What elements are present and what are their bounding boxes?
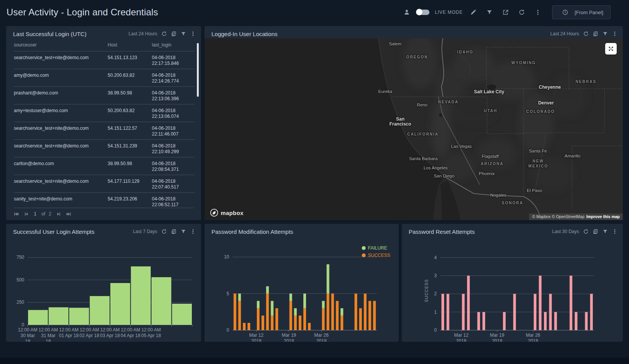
bar[interactable]	[303, 308, 306, 330]
bar[interactable]	[308, 323, 311, 330]
bar[interactable]	[549, 294, 552, 330]
bar[interactable]	[271, 301, 273, 316]
bar[interactable]	[478, 312, 480, 330]
bar[interactable]	[513, 294, 516, 330]
kebab-menu-icon[interactable]	[612, 31, 617, 36]
bar[interactable]	[359, 308, 362, 330]
bar[interactable]	[368, 301, 371, 330]
bar[interactable]	[294, 316, 297, 330]
bar[interactable]	[69, 308, 89, 325]
bar[interactable]	[341, 308, 343, 316]
bar[interactable]	[575, 312, 577, 330]
bar[interactable]	[238, 294, 241, 301]
map-canvas[interactable]: SalemOREGONIDAHOWYOMINGNEBRASEurekaCheye…	[205, 38, 623, 220]
kebab-menu-icon[interactable]	[190, 229, 196, 234]
panel-time-range[interactable]: Last 24 Hours	[550, 31, 579, 36]
bar[interactable]	[151, 277, 171, 325]
bar[interactable]	[257, 308, 260, 330]
bar[interactable]	[49, 307, 69, 325]
prev-page-button[interactable]	[24, 212, 29, 217]
current-page[interactable]: 1	[34, 211, 37, 217]
panel-time-range[interactable]: Last 30 Days	[552, 229, 579, 234]
table-row[interactable]: searchservice_test+nite@demo.com54.151.1…	[14, 51, 195, 69]
bar[interactable]	[131, 266, 151, 325]
filter-icon[interactable]	[181, 31, 186, 36]
column-header[interactable]: sourceuser	[14, 42, 108, 51]
refresh-icon[interactable]	[161, 31, 167, 36]
bar[interactable]	[90, 296, 110, 325]
bar[interactable]	[275, 308, 278, 330]
next-page-button[interactable]	[56, 212, 61, 217]
bar[interactable]	[290, 294, 292, 301]
legend-item[interactable]: FAILURE	[362, 245, 390, 251]
bar[interactable]	[336, 301, 339, 330]
refresh-icon[interactable]	[583, 229, 589, 234]
bar[interactable]	[294, 308, 297, 316]
table-row[interactable]: searchservice_test+nite@demo.com54.151.1…	[14, 122, 195, 139]
bar[interactable]	[261, 316, 264, 330]
improve-map-link[interactable]: Improve this map	[586, 214, 620, 219]
filter-icon[interactable]	[602, 229, 608, 234]
bar[interactable]	[483, 312, 485, 330]
bar[interactable]	[447, 294, 449, 330]
bar[interactable]	[326, 264, 329, 293]
legend-item[interactable]: SUCCESS	[362, 253, 390, 258]
bar[interactable]	[590, 294, 593, 330]
panel-time-range[interactable]: Last 24 Hours	[128, 31, 157, 36]
bar[interactable]	[266, 294, 269, 330]
bar[interactable]	[503, 312, 506, 330]
bar[interactable]	[290, 301, 292, 330]
bar[interactable]	[570, 276, 572, 330]
mapbox-logo[interactable]: mapbox	[210, 208, 243, 217]
bar[interactable]	[248, 323, 250, 330]
table-row[interactable]: searchservice_test+nite@demo.com54.177.1…	[14, 175, 195, 192]
bar[interactable]	[539, 276, 542, 330]
table-row[interactable]: amy@demo.com50.200.63.8204-06-201822:14:…	[14, 69, 195, 86]
bar[interactable]	[271, 316, 273, 330]
bar[interactable]	[172, 304, 192, 325]
time-range-button[interactable]: [From Panel]	[552, 5, 611, 19]
bar[interactable]	[238, 301, 241, 330]
bar[interactable]	[299, 316, 301, 330]
panel-data-icon[interactable]	[593, 229, 598, 234]
bar[interactable]	[441, 294, 444, 330]
bar[interactable]	[554, 312, 557, 330]
kebab-menu-icon[interactable]	[190, 31, 196, 36]
edit-icon[interactable]	[468, 9, 479, 15]
bar[interactable]	[257, 301, 260, 308]
panel-time-range[interactable]: Last 7 Days	[133, 229, 157, 234]
fullscreen-button[interactable]	[605, 43, 617, 55]
kebab-menu-icon[interactable]	[612, 229, 617, 234]
table-row[interactable]: searchservice_test+nite@demo.com54.151.3…	[14, 139, 195, 157]
bar[interactable]	[322, 308, 324, 330]
bar[interactable]	[331, 294, 334, 330]
filter-icon[interactable]	[484, 9, 495, 15]
panel-data-icon[interactable]	[171, 31, 176, 36]
bar[interactable]	[234, 294, 236, 330]
table-scrollbar[interactable]	[197, 43, 199, 97]
column-header[interactable]: last_login	[152, 42, 195, 51]
filter-icon[interactable]	[602, 31, 608, 36]
live-mode-toggle[interactable]	[416, 10, 429, 15]
bar[interactable]	[462, 294, 465, 330]
bar[interactable]	[544, 312, 547, 330]
bar[interactable]	[373, 301, 376, 330]
bar[interactable]	[585, 312, 588, 330]
table-row[interactable]: amy+testuser@demo.com50.200.63.8204-06-2…	[14, 104, 195, 122]
bar[interactable]	[243, 323, 246, 330]
bar[interactable]	[341, 316, 343, 330]
bar[interactable]	[354, 294, 357, 330]
bar[interactable]	[467, 276, 470, 330]
kebab-menu-icon[interactable]	[532, 9, 544, 15]
refresh-icon[interactable]	[161, 229, 167, 234]
column-header[interactable]: Host	[108, 42, 152, 51]
toggle-knob[interactable]	[416, 9, 423, 15]
table-row[interactable]: carlton@demo.com38.99.50.9804-06-201822:…	[14, 157, 195, 175]
bar[interactable]	[534, 294, 536, 330]
first-page-button[interactable]	[14, 212, 19, 217]
user-icon[interactable]	[401, 9, 413, 15]
bar[interactable]	[28, 310, 48, 325]
bar[interactable]	[110, 283, 130, 325]
bar[interactable]	[266, 286, 269, 294]
refresh-icon[interactable]	[583, 31, 589, 36]
